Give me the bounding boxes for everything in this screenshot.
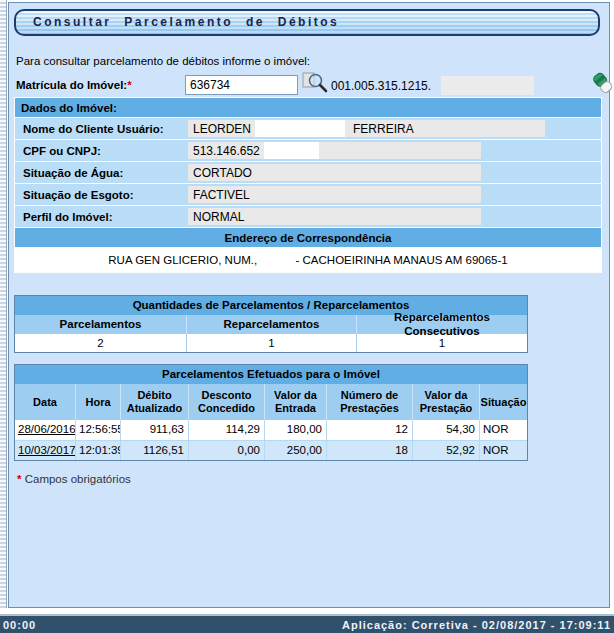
required-fields-text: Campos obrigatórios — [21, 473, 130, 485]
nome-label: Nome do Cliente Usuário: — [15, 123, 188, 135]
cell-debito: 1126,51 — [120, 441, 188, 460]
cpf-label: CPF ou CNPJ: — [15, 145, 188, 157]
situacao-agua-label: Situação de Água: — [15, 167, 188, 179]
date-link[interactable]: 28/06/2016 — [18, 423, 75, 435]
cell-debito: 911,63 — [120, 420, 188, 440]
col-debito-atualizado: Débito Atualizado — [120, 384, 188, 420]
intro-text: Para consultar parcelamento de débitos i… — [16, 55, 310, 67]
cell-hora: 12:56:55 — [75, 420, 120, 440]
status-timer: 00:00 — [3, 619, 36, 631]
eraser-icon[interactable] — [591, 71, 614, 98]
quantidades-table: Quantidades de Parcelamentos / Reparcela… — [14, 295, 528, 353]
parcelamentos-title: Parcelamentos Efetuados para o Imóvel — [15, 365, 527, 384]
cpf-value: 513.146.652 — [193, 144, 260, 158]
cell-situacao: NOR — [479, 441, 527, 460]
nome-value-suffix: FERREIRA — [353, 122, 414, 136]
reparcelamentos-count: 1 — [186, 334, 356, 352]
col-hora: Hora — [75, 384, 120, 420]
parcelamentos-count: 2 — [15, 334, 186, 352]
reparcelamentos-consecutivos-count: 1 — [356, 334, 527, 352]
dados-imovel-section: Dados do Imóvel: Nome do Cliente Usuário… — [14, 97, 602, 273]
col-valor-prestacao: Valor da Prestação — [412, 384, 479, 420]
status-application-info: Aplicação: Corretiva - 02/08/2017 - 17:0… — [342, 619, 611, 631]
col-desconto-concedido: Desconto Concedido — [188, 384, 264, 420]
cell-num-prestacoes: 12 — [326, 420, 412, 440]
main-panel: Consultar Parcelamento de Débitos Para c… — [8, 2, 610, 608]
situacao-agua-value: CORTADO — [193, 166, 252, 180]
cell-data: 10/03/2017 — [15, 441, 75, 460]
situacao-esgoto-label: Situação de Esgoto: — [15, 189, 188, 201]
col-reparcelamentos-consecutivos: Reparcelamentos Consecutivos — [356, 315, 527, 334]
field-row-nome: Nome do Cliente Usuário: LEORDENFERREIRA — [15, 118, 601, 140]
table-row: 10/03/2017 12:01:39 1126,51 0,00 250,00 … — [15, 440, 527, 460]
endereco-header: Endereço de Correspondência — [15, 228, 601, 248]
page-title: Consultar Parcelamento de Débitos — [14, 9, 600, 36]
cell-desconto: 114,29 — [188, 420, 264, 440]
inscricao-value: 001.005.315.1215. — [331, 79, 431, 93]
parcelamentos-table: Parcelamentos Efetuados para o Imóvel Da… — [14, 364, 528, 461]
matricula-label-text: Matrícula do Imóvel: — [16, 79, 127, 91]
field-row-situacao-esgoto: Situação de Esgoto: FACTIVEL — [15, 184, 601, 206]
cell-valor-prestacao: 54,30 — [412, 420, 479, 440]
cell-num-prestacoes: 18 — [326, 441, 412, 460]
perfil-label: Perfil do Imóvel: — [15, 211, 188, 223]
date-link[interactable]: 10/03/2017 — [18, 444, 75, 456]
cpf-value-field: 513.146.652 — [188, 142, 481, 159]
col-reparcelamentos: Reparcelamentos — [186, 315, 356, 334]
perfil-value-field: NORMAL — [188, 208, 481, 225]
situacao-esgoto-value-field: FACTIVEL — [188, 186, 481, 203]
situacao-esgoto-value: FACTIVEL — [193, 188, 250, 202]
nome-value-field: LEORDENFERREIRA — [188, 120, 545, 137]
dados-imovel-header: Dados do Imóvel: — [15, 98, 601, 118]
status-bar: 00:00 Aplicação: Corretiva - 02/08/2017 … — [0, 614, 614, 633]
quantidades-values-row: 2 1 1 — [15, 334, 527, 352]
nome-value: LEORDEN — [193, 122, 251, 136]
cell-valor-prestacao: 52,92 — [412, 441, 479, 460]
table-row: 28/06/2016 12:56:55 911,63 114,29 180,00… — [15, 420, 527, 440]
endereco-value: RUA GEN GLICERIO, NUM., - CACHOEIRINHA M… — [15, 248, 601, 272]
search-icon[interactable] — [302, 71, 329, 97]
cell-entrada: 250,00 — [264, 441, 326, 460]
cell-situacao: NOR — [479, 420, 527, 440]
cell-data: 28/06/2016 — [15, 420, 75, 440]
col-parcelamentos: Parcelamentos — [15, 315, 186, 334]
col-situacao: Situação — [479, 384, 527, 420]
field-row-perfil: Perfil do Imóvel: NORMAL — [15, 206, 601, 228]
field-row-cpf: CPF ou CNPJ: 513.146.652 — [15, 140, 601, 162]
col-numero-prestacoes: Número de Prestações — [326, 384, 412, 420]
col-data: Data — [15, 384, 75, 420]
cell-entrada: 180,00 — [264, 420, 326, 440]
parcelamentos-header-row: Data Hora Débito Atualizado Desconto Con… — [15, 384, 527, 420]
cell-hora: 12:01:39 — [75, 441, 120, 460]
required-asterisk: * — [127, 79, 131, 91]
quantidades-header-row: Parcelamentos Reparcelamentos Reparcelam… — [15, 315, 527, 334]
redaction-block — [264, 142, 319, 159]
matricula-label: Matrícula do Imóvel:* — [16, 79, 132, 91]
inscricao-redacted-field — [441, 76, 534, 95]
required-fields-note: * Campos obrigatórios — [17, 473, 131, 485]
col-valor-entrada: Valor da Entrada — [264, 384, 326, 420]
situacao-agua-value-field: CORTADO — [188, 164, 481, 181]
field-row-situacao-agua: Situação de Água: CORTADO — [15, 162, 601, 184]
matricula-input[interactable] — [185, 75, 298, 95]
perfil-value: NORMAL — [193, 210, 244, 224]
cell-desconto: 0,00 — [188, 441, 264, 460]
redaction-block — [255, 120, 345, 137]
left-scrollbar-strip[interactable] — [0, 0, 7, 608]
